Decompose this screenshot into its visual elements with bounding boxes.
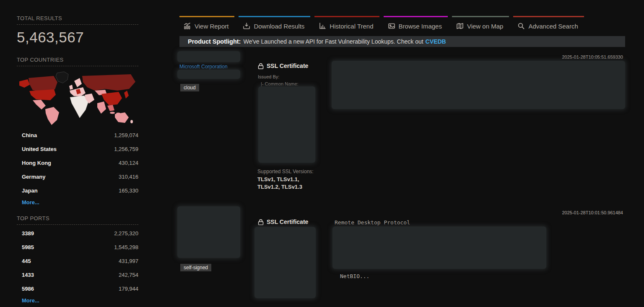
port-count: 242,754 <box>119 272 138 278</box>
lock-icon <box>258 219 264 225</box>
facet-sidebar: TOTAL RESULTS 5,463,567 TOP COUNTRIES <box>17 15 138 304</box>
country-row[interactable]: United States 1,256,759 <box>17 142 138 156</box>
historical-trend-tab[interactable]: Historical Trend <box>314 16 379 34</box>
country-name[interactable]: United States <box>22 146 57 152</box>
report-chart-icon <box>184 22 191 30</box>
tab-label: Historical Trend <box>330 23 373 30</box>
top-ports-list: 3389 2,275,320 5985 1,545,298 445 431,99… <box>17 226 138 296</box>
redacted-banner-data <box>332 226 546 269</box>
tab-label: View Report <box>195 23 229 30</box>
country-count: 165,330 <box>119 187 138 194</box>
port-row[interactable]: 3389 2,275,320 <box>17 226 138 240</box>
cloud-tag[interactable]: cloud <box>180 84 199 91</box>
country-count: 310,416 <box>119 174 138 180</box>
organization-link[interactable]: Microsoft Corporation <box>179 64 228 70</box>
country-count: 1,259,074 <box>114 132 138 138</box>
map-icon <box>456 22 464 30</box>
port-count: 179,944 <box>119 286 138 292</box>
country-row[interactable]: Germany 310,416 <box>17 170 138 184</box>
redacted-hostname <box>177 51 240 62</box>
self-signed-tag[interactable]: self-signed <box>180 264 211 271</box>
port-name[interactable]: 1433 <box>22 272 34 278</box>
issued-by-label: Issued By: <box>258 74 279 79</box>
ssl-versions-label: Supported SSL Versions: <box>257 169 314 174</box>
redacted-certificate <box>258 86 315 163</box>
ssl-versions-value: TLSv1, TLSv1.1, TLSv1.2, TLSv1.3 <box>257 176 322 190</box>
service-footer: NetBIO... <box>340 273 369 279</box>
tab-label: Browse Images <box>399 23 442 30</box>
download-icon <box>243 22 250 30</box>
result-timestamp: 2025-01-28T10:05:51.659330 <box>562 55 623 60</box>
country-row[interactable]: China 1,259,074 <box>17 128 138 142</box>
port-name[interactable]: 5985 <box>22 244 34 250</box>
common-name-label: |- Common Name: <box>261 81 299 86</box>
port-name[interactable]: 3389 <box>22 230 34 237</box>
banner-text: We've Launched a new API for Fast Vulner… <box>243 38 423 45</box>
product-spotlight-banner: Product Spotlight: We've Launched a new … <box>179 36 625 47</box>
port-name[interactable]: 445 <box>22 258 31 264</box>
port-row[interactable]: 1433 242,754 <box>17 268 138 282</box>
world-map <box>17 70 138 127</box>
search-result: 2025-01-28T10:05:51.659330 Microsoft Cor… <box>177 51 625 194</box>
ssl-certificate-title: SSL Certificate <box>258 219 308 225</box>
view-report-tab[interactable]: View Report <box>179 16 234 34</box>
redacted-banner-data <box>332 61 625 109</box>
view-on-map-tab[interactable]: View on Map <box>452 16 509 34</box>
more-countries-link[interactable]: More... <box>22 199 39 206</box>
result-timestamp: 2025-01-28T10:01:50.961484 <box>562 210 623 215</box>
country-count: 430,124 <box>119 160 138 166</box>
banner-prefix: Product Spotlight: <box>188 38 241 45</box>
search-result: 2025-01-28T10:01:50.961484 self-signed S… <box>177 206 625 302</box>
port-count: 2,275,320 <box>114 230 138 237</box>
port-name[interactable]: 5986 <box>22 286 34 292</box>
tab-label: View on Map <box>467 23 503 30</box>
redacted-certificate <box>254 227 316 298</box>
country-row[interactable]: Hong Kong 430,124 <box>17 156 138 170</box>
country-name[interactable]: Japan <box>22 187 38 194</box>
total-results-label: TOTAL RESULTS <box>17 15 138 25</box>
country-name[interactable]: China <box>22 132 37 138</box>
redacted-screenshot <box>177 206 240 258</box>
more-ports-link[interactable]: More... <box>22 297 39 304</box>
histogram-icon <box>319 22 326 30</box>
port-row[interactable]: 445 431,997 <box>17 254 138 268</box>
advanced-search-tab[interactable]: Advanced Search <box>513 16 584 34</box>
top-countries-list: China 1,259,074 United States 1,256,759 … <box>17 128 138 198</box>
total-results-section: TOTAL RESULTS 5,463,567 <box>17 15 138 46</box>
results-main: View Report Download Results Historical … <box>177 0 627 307</box>
redacted-location <box>177 70 240 79</box>
port-count: 431,997 <box>119 258 138 264</box>
tab-label: Advanced Search <box>528 23 578 30</box>
top-ports-section: TOP PORTS 3389 2,275,320 5985 1,545,298 … <box>17 215 138 304</box>
search-icon <box>517 22 525 30</box>
top-countries-section: TOP COUNTRIES <box>17 57 138 206</box>
cvedb-link[interactable]: CVEDB <box>426 38 446 45</box>
top-ports-label: TOP PORTS <box>17 215 138 225</box>
ssl-certificate-title: SSL Certificate <box>258 62 308 69</box>
country-row[interactable]: Japan 165,330 <box>17 184 138 198</box>
port-row[interactable]: 5986 179,944 <box>17 282 138 296</box>
port-row[interactable]: 5985 1,545,298 <box>17 240 138 254</box>
images-icon <box>388 22 395 30</box>
country-name[interactable]: Hong Kong <box>22 160 51 166</box>
lock-icon <box>258 63 264 69</box>
download-results-tab[interactable]: Download Results <box>239 16 310 34</box>
action-toolbar: View Report Download Results Historical … <box>179 16 588 34</box>
service-title: Remote Desktop Protocol <box>335 219 410 226</box>
port-count: 1,545,298 <box>114 244 138 250</box>
total-results-value: 5,463,567 <box>17 29 138 46</box>
top-countries-label: TOP COUNTRIES <box>17 57 138 66</box>
country-name[interactable]: Germany <box>22 174 45 180</box>
browse-images-tab[interactable]: Browse Images <box>384 16 448 34</box>
choropleth-map-image <box>17 70 138 125</box>
country-count: 1,256,759 <box>114 146 138 152</box>
tab-label: Download Results <box>254 23 304 30</box>
